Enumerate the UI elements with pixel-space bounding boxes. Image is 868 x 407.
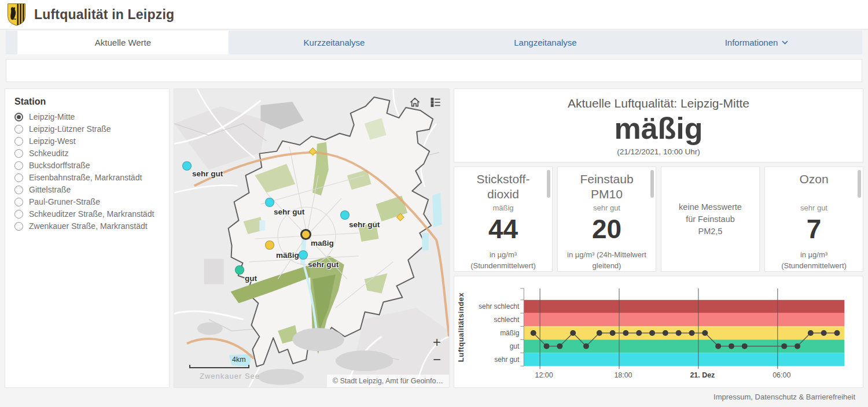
radio-button[interactable] bbox=[14, 210, 23, 219]
station-marker[interactable] bbox=[340, 210, 350, 220]
card-value: 44 bbox=[458, 214, 549, 243]
card-title: Stickstoff- dioxid bbox=[458, 172, 549, 203]
station-option[interactable]: Schkeuditzer Straße, Markranstädt bbox=[14, 210, 160, 219]
map[interactable]: sehr gutsehr gutsehr gutmaßigmäßigsehr g… bbox=[174, 88, 450, 388]
home-icon[interactable] bbox=[409, 96, 421, 109]
station-option[interactable]: Eisenbahnstraße, Markranstädt bbox=[14, 173, 160, 182]
aqi-timeline-panel: sehr schlechtschlechtmäßiggutsehr gut12:… bbox=[454, 276, 863, 388]
station-marker[interactable] bbox=[182, 161, 192, 171]
station-option[interactable]: Paul-Gruner-Straße bbox=[14, 198, 160, 206]
radio-button[interactable] bbox=[14, 173, 23, 182]
radio-button[interactable] bbox=[14, 113, 23, 121]
station-marker[interactable] bbox=[265, 240, 274, 250]
card-rating: sehr gut bbox=[768, 204, 859, 212]
station-option-label: Zwenkauer Straße, Markranstädt bbox=[29, 222, 148, 231]
svg-text:schlecht: schlecht bbox=[494, 316, 520, 324]
indicator-card-pm10: Feinstaub PM10 sehr gut 20 in µg/m³ (24h… bbox=[557, 166, 656, 272]
indicator-cards: Stickstoff- dioxid mäßig 44 in µg/m³ (St… bbox=[454, 166, 863, 272]
map-scale-bar bbox=[189, 365, 249, 368]
legend-list-icon[interactable] bbox=[429, 96, 442, 109]
radio-button[interactable] bbox=[14, 222, 23, 231]
station-option-label: Bucksdorffstraße bbox=[29, 161, 90, 170]
station-option-label: Schkeuditz bbox=[29, 149, 68, 158]
right-column: Aktuelle Luftqualität: Leipzig-Mitte mäß… bbox=[454, 88, 863, 388]
radio-button[interactable] bbox=[14, 125, 23, 134]
card-unit: in µg/m³ (Stundenmittelwert) bbox=[458, 249, 549, 271]
indicator-card-no2: Stickstoff- dioxid mäßig 44 in µg/m³ (St… bbox=[454, 166, 553, 272]
empty-panel bbox=[6, 59, 862, 82]
station-marker[interactable] bbox=[235, 265, 244, 275]
station-option[interactable]: Leipzig-Mitte bbox=[14, 113, 160, 121]
svg-text:gut: gut bbox=[510, 342, 520, 350]
station-option-label: Eisenbahnstraße, Markranstädt bbox=[29, 173, 142, 182]
station-option-label: Leipzig-West bbox=[29, 137, 76, 146]
main-content: Station Leipzig-MitteLeipzig-Lützner Str… bbox=[5, 88, 863, 388]
indicator-card-ozon: Ozon sehr gut 7 in µg/m³ (Stundenmittelw… bbox=[764, 166, 863, 272]
svg-text:sehr gut: sehr gut bbox=[494, 356, 520, 364]
zoom-in-button[interactable]: + bbox=[433, 336, 441, 348]
aqi-timeline-chart: sehr schlechtschlechtmäßiggutsehr gut12:… bbox=[455, 277, 862, 384]
map-canvas bbox=[174, 89, 449, 387]
station-option[interactable]: Zwenkauer Straße, Markranstädt bbox=[14, 222, 160, 231]
station-option[interactable]: Bucksdorffstraße bbox=[14, 161, 160, 170]
current-air-quality-panel: Aktuelle Luftqualität: Leipzig-Mitte mäß… bbox=[454, 88, 863, 162]
map-attribution: © Stadt Leipzig, Amt für Geoinfo… bbox=[327, 375, 449, 387]
station-marker-label: maßig bbox=[311, 239, 334, 247]
tab-aktuelle-werte[interactable]: Aktuelle Werte bbox=[17, 31, 229, 54]
tab-informationen[interactable]: Informationen bbox=[651, 31, 862, 54]
station-option[interactable]: Leipzig-Lützner Straße bbox=[14, 125, 160, 134]
station-marker[interactable] bbox=[265, 198, 274, 207]
tab-langzeitanalyse[interactable]: Langzeitanalyse bbox=[440, 31, 651, 54]
current-air-quality-value: mäßig bbox=[454, 112, 863, 145]
svg-text:sehr schlecht: sehr schlecht bbox=[479, 302, 520, 310]
svg-text:21. Dez: 21. Dez bbox=[690, 371, 715, 379]
card-rating: mäßig bbox=[458, 204, 549, 212]
no-data-message: keine Messwerte für Feinstaub PM2,5 bbox=[661, 167, 759, 271]
zoom-out-button[interactable]: − bbox=[433, 354, 441, 365]
radio-button[interactable] bbox=[14, 198, 23, 206]
scrollbar[interactable] bbox=[858, 170, 861, 198]
station-option[interactable]: Schkeuditz bbox=[14, 149, 160, 158]
station-panel-title: Station bbox=[14, 97, 160, 107]
station-option[interactable]: Leipzig-West bbox=[14, 137, 160, 146]
station-list: Leipzig-MitteLeipzig-Lützner StraßeLeipz… bbox=[14, 113, 160, 231]
card-value: 20 bbox=[561, 214, 652, 243]
chevron-down-icon bbox=[782, 40, 788, 45]
scrollbar[interactable] bbox=[547, 170, 550, 198]
station-option-label: Schkeuditzer Straße, Markranstädt bbox=[29, 210, 154, 219]
station-marker-label: sehr gut bbox=[192, 169, 223, 178]
station-marker[interactable] bbox=[299, 250, 308, 260]
card-title: Ozon bbox=[768, 172, 859, 203]
station-option-label: Leipzig-Mitte bbox=[29, 113, 75, 121]
tab-kurzzeitanalyse[interactable]: Kurzzeitanalyse bbox=[229, 31, 440, 54]
current-air-quality-timestamp: (21/12/2021, 10:00 Uhr) bbox=[454, 147, 863, 156]
card-rating: sehr gut bbox=[561, 204, 652, 212]
page-title: Luftqualität in Leipzig bbox=[34, 7, 174, 23]
station-marker-label: sehr gut bbox=[274, 208, 304, 216]
radio-button[interactable] bbox=[14, 149, 23, 158]
station-marker-selected[interactable] bbox=[300, 229, 311, 240]
footer-links[interactable]: Impressum, Datenschutz & Barrierefreihei… bbox=[713, 393, 855, 401]
svg-text:12:00: 12:00 bbox=[535, 371, 553, 379]
station-option-label: Gittelstraße bbox=[29, 186, 71, 194]
lake-label: Zwenkauer See bbox=[200, 372, 260, 380]
tab-bar: Aktuelle Werte Kurzzeitanalyse Langzeita… bbox=[6, 31, 862, 54]
card-unit: in µg/m³ (Stundenmittelwert) bbox=[768, 249, 859, 271]
svg-text:18:00: 18:00 bbox=[614, 371, 632, 379]
indicator-card-pm25: keine Messwerte für Feinstaub PM2,5 bbox=[661, 166, 760, 272]
card-value: 7 bbox=[768, 214, 859, 243]
station-panel: Station Leipzig-MitteLeipzig-Lützner Str… bbox=[5, 88, 170, 388]
station-option[interactable]: Gittelstraße bbox=[14, 186, 160, 194]
svg-text:mäßig: mäßig bbox=[500, 329, 519, 337]
radio-button[interactable] bbox=[14, 137, 23, 146]
map-toolbar bbox=[409, 96, 442, 109]
station-option-label: Paul-Gruner-Straße bbox=[29, 198, 100, 206]
radio-button[interactable] bbox=[14, 161, 23, 170]
tab-strip-spacer bbox=[6, 31, 17, 54]
page-footer: Impressum, Datenschutz & Barrierefreihei… bbox=[0, 388, 868, 406]
svg-text:06:00: 06:00 bbox=[773, 371, 790, 379]
leipzig-coat-of-arms-logo bbox=[7, 3, 26, 26]
scrollbar[interactable] bbox=[650, 170, 654, 198]
card-unit: in µg/m³ (24h-Mittelwert gleitend) bbox=[561, 249, 652, 271]
radio-button[interactable] bbox=[14, 186, 23, 194]
